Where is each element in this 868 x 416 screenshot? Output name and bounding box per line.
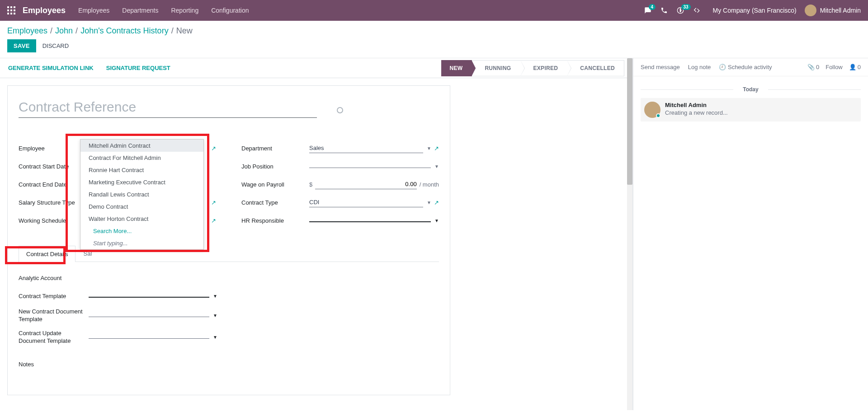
svg-rect-1: [10, 6, 12, 8]
svg-rect-4: [10, 9, 12, 11]
chevron-down-icon: ▼: [434, 164, 439, 169]
user-name[interactable]: Mitchell Admin: [820, 7, 861, 14]
menu-employees[interactable]: Employees: [78, 7, 109, 14]
dropdown-item[interactable]: Ronnie Hart Contract: [80, 164, 203, 176]
end-date-label: Contract End Date: [19, 181, 86, 188]
chatter-topbar: Send message Log note 🕘 Schedule activit…: [633, 58, 868, 76]
chatter-body: Today Mitchell Admin Creating a new reco…: [633, 76, 868, 410]
dropdown-item[interactable]: Randall Lewis Contract: [80, 188, 203, 201]
debug-icon[interactable]: [693, 7, 700, 14]
contract-type-external-icon[interactable]: ↗: [434, 199, 439, 206]
menu-configuration[interactable]: Configuration: [211, 7, 249, 14]
svg-rect-5: [14, 9, 15, 11]
followers-button[interactable]: 👤0: [849, 64, 861, 70]
follow-button[interactable]: Follow: [826, 64, 843, 70]
status-running[interactable]: RUNNING: [472, 60, 520, 76]
activities-badge: 33: [681, 4, 691, 10]
top-nav: Employees Employees Departments Reportin…: [0, 0, 868, 21]
paperclip-icon: 📎: [807, 64, 815, 70]
contract-update-doc-select[interactable]: [89, 336, 209, 339]
wage-input[interactable]: [315, 179, 416, 189]
hr-responsible-select[interactable]: [309, 219, 431, 222]
contract-reference-input[interactable]: [19, 97, 317, 118]
contract-type-select[interactable]: CDI: [309, 197, 423, 207]
svg-rect-6: [7, 13, 9, 14]
message-avatar: [644, 102, 660, 118]
tab-contract-details[interactable]: Contract Details: [19, 246, 75, 262]
generate-simulation-link-button[interactable]: GENERATE SIMULATION LINK: [8, 58, 94, 78]
tab-content: Analytic Account Contract Template ▼ New…: [19, 262, 439, 370]
chevron-down-icon: ▼: [213, 294, 217, 299]
svg-rect-8: [14, 13, 15, 14]
activities-icon[interactable]: 33: [677, 7, 684, 14]
attachments-button[interactable]: 📎0: [807, 64, 819, 70]
notes-label: Notes: [19, 361, 89, 368]
department-label: Department: [241, 145, 309, 152]
scrollbar-thumb[interactable]: [627, 58, 632, 185]
svg-rect-7: [10, 13, 12, 14]
svg-rect-2: [14, 6, 15, 8]
dropdown-item[interactable]: Mitchell Admin Contract: [80, 140, 203, 152]
schedule-activity-button[interactable]: 🕘 Schedule activity: [719, 64, 772, 70]
message-author: Mitchell Admin: [665, 102, 728, 108]
contract-template-dropdown: Mitchell Admin Contract Contract For Mit…: [80, 139, 204, 250]
employee-label: Employee: [19, 145, 86, 152]
new-contract-doc-select[interactable]: [89, 314, 209, 317]
start-date-label: Contract Start Date: [19, 163, 86, 170]
status-cancelled[interactable]: CANCELLED: [567, 60, 624, 76]
send-message-button[interactable]: Send message: [641, 64, 680, 70]
app-brand[interactable]: Employees: [23, 6, 66, 15]
contract-template-select[interactable]: [89, 294, 209, 298]
working-schedule-external-icon[interactable]: ↗: [211, 217, 216, 224]
discuss-icon[interactable]: 4: [644, 7, 651, 14]
chevron-down-icon: ▼: [213, 335, 217, 340]
chevron-down-icon: ▼: [434, 218, 439, 223]
breadcrumb: Employees / John / John's Contracts Hist…: [0, 21, 868, 39]
salary-structure-external-icon[interactable]: ↗: [211, 199, 216, 206]
phone-icon[interactable]: [660, 7, 668, 14]
save-button[interactable]: SAVE: [7, 39, 36, 52]
department-external-icon[interactable]: ↗: [434, 145, 439, 152]
crumb-employees[interactable]: Employees: [7, 26, 47, 36]
person-icon: 👤: [849, 64, 856, 70]
analytic-account-label: Analytic Account: [19, 275, 89, 281]
menu-reporting[interactable]: Reporting: [171, 7, 198, 14]
scrollbar[interactable]: [627, 58, 632, 410]
discard-button[interactable]: DISCARD: [42, 42, 69, 49]
company-selector[interactable]: My Company (San Francisco): [713, 7, 797, 14]
signature-request-button[interactable]: SIGNATURE REQUEST: [106, 58, 170, 78]
apps-icon[interactable]: [7, 6, 15, 14]
menu-departments[interactable]: Departments: [122, 7, 158, 14]
dropdown-item[interactable]: Contract For Mitchell Admin: [80, 152, 203, 164]
status-expired[interactable]: EXPIRED: [521, 60, 568, 76]
crumb-john[interactable]: John: [55, 26, 73, 36]
kanban-state-icon[interactable]: [337, 107, 343, 113]
dropdown-item[interactable]: Marketing Executive Contract: [80, 176, 203, 188]
chatter-date-divider: Today: [641, 86, 861, 93]
chatter-message: Mitchell Admin Creating a new record...: [641, 98, 861, 122]
svg-rect-3: [7, 9, 9, 11]
presence-icon: [656, 113, 660, 118]
chatter-panel: Send message Log note 🕘 Schedule activit…: [633, 58, 868, 410]
department-select[interactable]: Sales: [309, 143, 423, 153]
chevron-down-icon: ▼: [427, 200, 431, 205]
chevron-down-icon: ▼: [427, 146, 431, 151]
dropdown-search-more[interactable]: Search More...: [80, 225, 203, 237]
status-new[interactable]: NEW: [441, 60, 472, 76]
employee-external-icon[interactable]: ↗: [211, 145, 216, 152]
job-position-select[interactable]: [309, 165, 431, 168]
user-avatar[interactable]: [805, 5, 816, 16]
form-view: GENERATE SIMULATION LINK SIGNATURE REQUE…: [0, 58, 633, 410]
dropdown-item[interactable]: Demo Contract: [80, 201, 203, 213]
log-note-button[interactable]: Log note: [688, 64, 711, 70]
dropdown-item[interactable]: Walter Horton Contract: [80, 213, 203, 225]
crumb-history[interactable]: John's Contracts History: [80, 26, 169, 36]
control-panel: SAVE DISCARD: [0, 39, 868, 58]
crumb-current: New: [176, 26, 193, 36]
chevron-down-icon: ▼: [213, 313, 217, 318]
status-bar: GENERATE SIMULATION LINK SIGNATURE REQUE…: [0, 58, 632, 78]
hr-responsible-label: HR Responsible: [241, 217, 309, 224]
contract-type-label: Contract Type: [241, 199, 309, 206]
salary-structure-type-label: Salary Structure Type: [19, 199, 86, 206]
wage-suffix: / month: [420, 181, 439, 188]
